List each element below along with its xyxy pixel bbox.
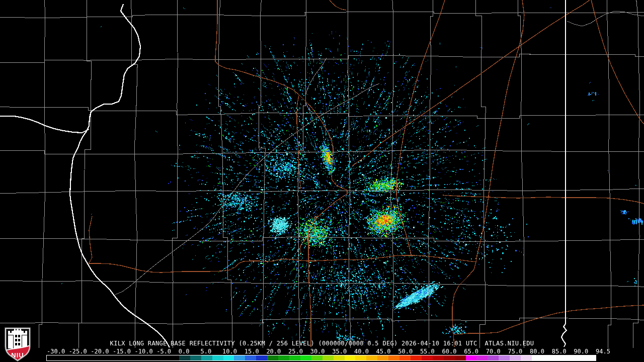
county-line (476, 0, 486, 348)
county-lines (0, 0, 644, 348)
road-line (352, 0, 590, 166)
roads (89, 0, 644, 347)
colorbar-tick-label: -15.0 (113, 348, 131, 355)
state-border-line (561, 0, 567, 347)
river-line (305, 58, 327, 114)
road-line (318, 190, 347, 216)
colorbar-tick-label: 5.0 (200, 348, 211, 355)
road-line (308, 216, 318, 347)
colorbar-tick-label: -25.0 (69, 348, 87, 355)
colorbar-tick-label: -5.0 (156, 348, 171, 355)
colorbar-tick-label: 40.0 (354, 348, 369, 355)
colorbar-tick-label: 45.0 (376, 348, 391, 355)
colorbar-tick-label: 75.0 (508, 348, 522, 355)
county-line (0, 189, 644, 194)
county-line (429, 0, 433, 348)
state-border-line (70, 4, 170, 347)
niu-logo: NIU (3, 326, 32, 362)
radar-display-screen: KILX LONG RANGE BASE REFLECTIVITY (0.25K… (0, 0, 644, 362)
river-line (115, 83, 379, 295)
colorbar-tick-label: 25.0 (288, 348, 303, 355)
road-line (330, 0, 346, 10)
rivers (115, 11, 644, 295)
county-line (218, 0, 232, 348)
colorbar-tick-label: -10.0 (135, 348, 153, 355)
county-line (0, 9, 644, 18)
road-line (452, 0, 524, 347)
county-line (172, 0, 178, 348)
caption: KILX LONG RANGE BASE REFLECTIVITY (0.25K… (0, 340, 644, 347)
colorbar-tick-label: 80.0 (530, 348, 544, 355)
county-line (607, 0, 611, 348)
colorbar-tick-label: -30.0 (47, 348, 65, 355)
colorbar-tick-label: 94.5 (596, 348, 610, 355)
road-line (89, 255, 476, 273)
road-line (89, 216, 92, 263)
road-line (591, 0, 644, 124)
road-line (215, 0, 333, 155)
colorbar-tick-label: 65.0 (464, 348, 478, 355)
colorbar (46, 355, 596, 361)
colorbar-tick-label: 90.0 (574, 348, 588, 355)
river-line (567, 11, 644, 26)
colorbar-tick-label: 10.0 (222, 348, 237, 355)
county-line (79, 0, 92, 348)
basemap (0, 0, 644, 348)
colorbar-tick-label: 20.0 (266, 348, 281, 355)
road-line (454, 305, 644, 334)
colorbar-tick-label: 0.0 (179, 348, 190, 355)
county-line (518, 0, 524, 348)
niu-shield-art: NIU (4, 328, 31, 362)
colorbar-tick-label: 35.0 (332, 348, 347, 355)
county-line (0, 318, 644, 324)
road-line (300, 216, 318, 255)
county-line (39, 0, 45, 348)
county-line (390, 0, 393, 348)
county-line (348, 0, 350, 348)
county-line (0, 281, 644, 287)
county-line (259, 0, 265, 348)
colorbar-tick-label: 55.0 (420, 348, 435, 355)
colorbar-tick-label: 60.0 (442, 348, 457, 355)
colorbar-tick-label: 30.0 (310, 348, 325, 355)
county-line (0, 237, 644, 242)
colorbar-tick-label: -20.0 (91, 348, 109, 355)
colorbar-tick-label: 70.0 (486, 348, 501, 355)
road-line (396, 0, 445, 256)
county-line (0, 107, 644, 119)
colorbar-tick-label: 85.0 (552, 348, 567, 355)
colorbar-labels: -30.0-25.0-20.0-15.0-10.0-5.00.05.010.01… (0, 348, 644, 355)
road-line (331, 155, 347, 190)
county-line (131, 0, 137, 348)
county-line (0, 54, 644, 62)
road-line (297, 96, 300, 189)
county-line (633, 0, 639, 348)
colorbar-tick-label: 15.0 (245, 348, 259, 355)
colorbar-tick-label: 50.0 (398, 348, 413, 355)
road-line (443, 195, 644, 204)
county-line (0, 150, 644, 154)
